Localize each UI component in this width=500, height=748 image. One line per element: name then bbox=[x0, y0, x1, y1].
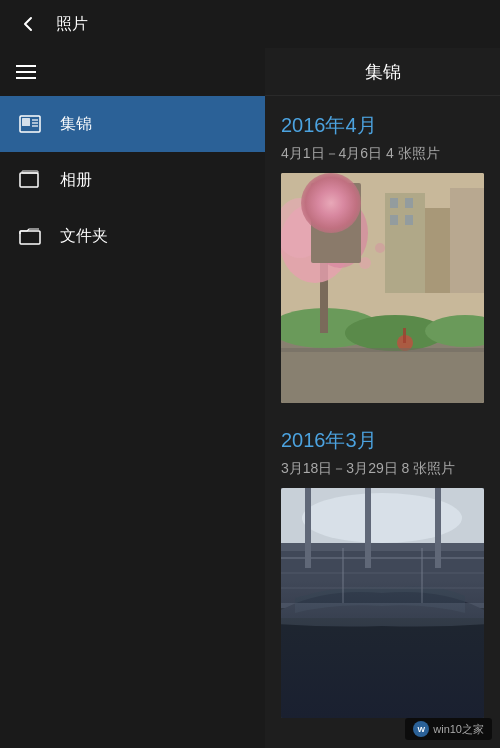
content-title: 集锦 bbox=[365, 60, 401, 84]
sidebar-item-highlights-label: 集锦 bbox=[60, 114, 92, 135]
svg-rect-5 bbox=[20, 173, 38, 187]
hamburger-button[interactable] bbox=[0, 48, 265, 96]
svg-rect-37 bbox=[281, 618, 484, 718]
svg-rect-33 bbox=[305, 488, 311, 568]
section-april-meta: 4月1日－4月6日 4 张照片 bbox=[281, 145, 484, 163]
watermark-text: win10之家 bbox=[433, 722, 484, 737]
sidebar: 集锦 相册 文件夹 bbox=[0, 48, 265, 748]
svg-point-24 bbox=[359, 257, 371, 269]
sidebar-item-albums-label: 相册 bbox=[60, 170, 92, 191]
svg-rect-32 bbox=[281, 543, 484, 551]
watermark: W win10之家 bbox=[405, 718, 492, 740]
photo-april-image bbox=[281, 173, 484, 403]
svg-rect-27 bbox=[403, 328, 406, 343]
svg-rect-1 bbox=[22, 118, 30, 126]
svg-rect-14 bbox=[390, 215, 398, 225]
svg-rect-35 bbox=[435, 488, 441, 568]
section-march-meta: 3月18日－3月29日 8 张照片 bbox=[281, 460, 484, 478]
photo-march-image bbox=[281, 488, 484, 718]
svg-rect-13 bbox=[405, 198, 413, 208]
sidebar-item-albums[interactable]: 相册 bbox=[0, 152, 265, 208]
content-scroll[interactable]: 2016年4月 4月1日－4月6日 4 张照片 bbox=[265, 96, 500, 748]
folders-icon bbox=[16, 222, 44, 250]
svg-point-22 bbox=[312, 198, 368, 268]
section-april-title: 2016年4月 bbox=[281, 112, 484, 139]
title-bar: 照片 bbox=[0, 0, 500, 48]
sidebar-item-folders[interactable]: 文件夹 bbox=[0, 208, 265, 264]
section-april: 2016年4月 4月1日－4月6日 4 张照片 bbox=[281, 112, 484, 403]
app-title: 照片 bbox=[56, 14, 88, 35]
sidebar-item-folders-label: 文件夹 bbox=[60, 226, 108, 247]
content-area: 集锦 2016年4月 4月1日－4月6日 4 张照片 bbox=[265, 48, 500, 748]
photo-april-preview[interactable] bbox=[281, 173, 484, 403]
sidebar-item-highlights[interactable]: 集锦 bbox=[0, 96, 265, 152]
watermark-logo: W bbox=[413, 721, 429, 737]
svg-rect-11 bbox=[450, 188, 484, 293]
section-march-title: 2016年3月 bbox=[281, 427, 484, 454]
hamburger-icon bbox=[16, 65, 36, 79]
svg-rect-7 bbox=[20, 231, 40, 244]
svg-rect-15 bbox=[405, 215, 413, 225]
albums-icon bbox=[16, 166, 44, 194]
content-header: 集锦 bbox=[265, 48, 500, 96]
photo-march-preview[interactable] bbox=[281, 488, 484, 718]
main-layout: 集锦 相册 文件夹 集锦 bbox=[0, 48, 500, 748]
svg-rect-28 bbox=[281, 348, 484, 352]
svg-point-25 bbox=[375, 243, 385, 253]
highlights-icon bbox=[16, 110, 44, 138]
svg-rect-36 bbox=[281, 608, 484, 718]
svg-rect-34 bbox=[365, 488, 371, 568]
svg-rect-12 bbox=[390, 198, 398, 208]
section-march: 2016年3月 3月18日－3月29日 8 张照片 bbox=[281, 427, 484, 718]
back-button[interactable] bbox=[16, 12, 40, 36]
svg-rect-6 bbox=[22, 171, 38, 173]
svg-point-23 bbox=[281, 198, 325, 258]
